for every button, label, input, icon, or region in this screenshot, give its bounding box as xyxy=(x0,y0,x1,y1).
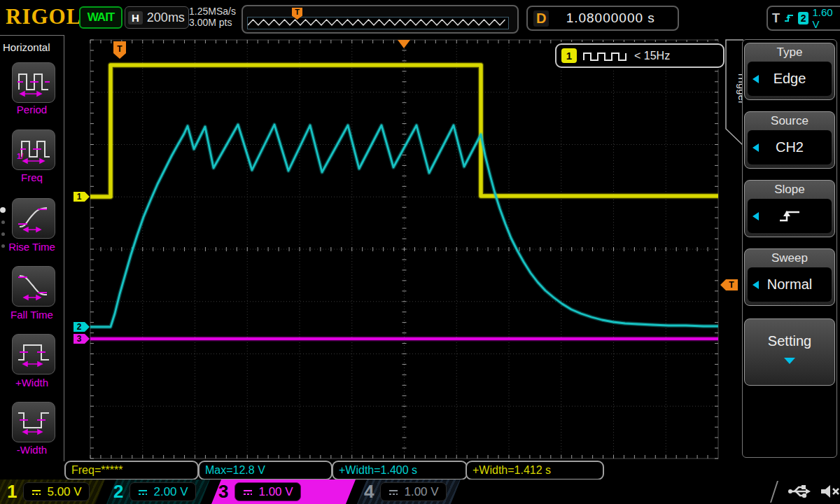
menu-value-sweep: Normal xyxy=(767,276,812,293)
setting-label: Setting xyxy=(745,333,834,349)
trigger-frequency-popup: 1 < 15Hz xyxy=(555,43,724,68)
channel-status-bar: 1 5.00 V 2 2.00 V 3 1.00 V 4 xyxy=(0,479,840,504)
dc-coupling-icon xyxy=(137,489,148,496)
trigger-position-icon[interactable] xyxy=(398,40,410,48)
trigger-level-value: 1.60 V xyxy=(812,6,840,30)
menu-item-setting[interactable]: Setting xyxy=(744,318,835,386)
neg-width-icon xyxy=(16,407,51,438)
h-scale-value: 200ms xyxy=(147,10,185,25)
t-label: T xyxy=(772,11,780,26)
trigger-tab[interactable]: Trigger xyxy=(721,39,744,150)
channel-4-button[interactable]: 4 1.00 V xyxy=(357,479,461,504)
trigger-frequency-text: < 15Hz xyxy=(634,50,670,62)
menu-header-source: Source xyxy=(745,112,834,128)
menu-value-source: CH2 xyxy=(776,139,804,155)
measure-label-fall-time: Fall Time xyxy=(0,309,64,321)
sample-rate-readout: 1.25MSa/s 3.00M pts xyxy=(189,6,236,28)
left-arrow-icon xyxy=(752,144,759,152)
menu-header-sweep: Sweep xyxy=(745,249,834,265)
square-wave-icon xyxy=(582,50,629,62)
speaker-muted-icon[interactable] xyxy=(820,484,840,499)
menu-value-type: Edge xyxy=(774,71,806,87)
channel-2-button[interactable]: 2 2.00 V xyxy=(106,479,210,504)
svg-text:1/: 1/ xyxy=(17,152,23,160)
delay-value: 1.08000000 s xyxy=(549,10,672,26)
channel-zero-marker[interactable]: 1 xyxy=(74,192,90,202)
trigger-menu-panel: Type Edge Source CH2 Slope Sweep Normal … xyxy=(742,39,837,458)
measure-label-period: Period xyxy=(0,104,64,115)
d-label: D xyxy=(533,10,549,27)
measurement-pwidth-ch2: +Width=1.400 s xyxy=(332,461,468,480)
memory-depth: 3.00M pts xyxy=(189,17,236,28)
channel-zero-marker[interactable]: 3 xyxy=(74,334,90,344)
measure-label-freq: Freq xyxy=(0,172,64,183)
rise-time-icon xyxy=(16,203,51,234)
divider xyxy=(770,481,778,503)
svg-text:3: 3 xyxy=(77,334,82,344)
preview-window xyxy=(247,17,509,29)
svg-text:1: 1 xyxy=(77,192,82,202)
left-arrow-icon xyxy=(752,281,759,289)
measure-label-pos-width: +Width xyxy=(0,377,64,388)
channel-1-badge: 1 xyxy=(561,48,577,63)
channel-3-button[interactable]: 3 1.00 V xyxy=(211,479,356,504)
measure-button-pos-width[interactable] xyxy=(12,334,55,374)
menu-header-slope: Slope xyxy=(745,181,834,197)
rising-edge-icon xyxy=(776,207,803,225)
measure-button-neg-width[interactable] xyxy=(12,402,55,442)
menu-item-slope[interactable]: Slope xyxy=(744,180,835,237)
measurement-max: Max=12.8 V xyxy=(198,461,332,480)
measure-button-freq[interactable]: 1/ xyxy=(12,130,55,170)
menu-item-source[interactable]: Source CH2 xyxy=(744,111,835,169)
channel-zero-marker[interactable]: 2 xyxy=(74,322,90,332)
channel-1-scale: 5.00 V xyxy=(47,485,81,499)
measurement-freq: Freq=***** xyxy=(64,461,199,480)
sample-rate: 1.25MSa/s xyxy=(189,6,236,17)
trigger-level-marker[interactable]: T xyxy=(720,279,738,290)
panel-title: Horizontal xyxy=(3,41,50,53)
down-arrow-icon xyxy=(784,358,795,364)
freq-icon: 1/ xyxy=(16,134,51,165)
dc-coupling-icon xyxy=(388,489,399,496)
menu-item-type[interactable]: Type Edge xyxy=(744,43,835,100)
channel-3-number: 3 xyxy=(218,479,228,504)
measure-button-fall-time[interactable] xyxy=(12,266,55,307)
measure-button-rise-time[interactable] xyxy=(12,198,55,239)
trigger-time-marker[interactable]: T xyxy=(113,41,126,59)
dc-coupling-icon xyxy=(31,489,42,496)
channel-2-number: 2 xyxy=(113,479,123,504)
oscilloscope-screen: RIGOL WAIT H 200ms 1.25MSa/s 3.00M pts T… xyxy=(0,0,840,504)
left-arrow-icon xyxy=(752,75,759,83)
menu-item-sweep[interactable]: Sweep Normal xyxy=(744,248,835,306)
usb-icon[interactable] xyxy=(788,484,811,499)
preview-wave xyxy=(248,18,507,27)
channel-4-number: 4 xyxy=(364,479,374,504)
svg-text:T: T xyxy=(729,280,734,290)
left-arrow-icon xyxy=(752,212,759,220)
rigol-logo: RIGOL xyxy=(6,4,81,29)
channel-3-scale: 1.00 V xyxy=(258,485,293,499)
top-status-bar: RIGOL WAIT H 200ms 1.25MSa/s 3.00M pts T… xyxy=(0,0,840,35)
measurement-pwidth-ch1: +Width=1.412 s xyxy=(465,461,604,480)
trigger-channel-badge: 2 xyxy=(798,12,809,24)
measure-label-rise-time: Rise Time xyxy=(0,241,64,253)
pos-width-icon xyxy=(16,339,51,370)
dc-coupling-icon xyxy=(242,489,253,496)
trigger-info-box[interactable]: T 2 1.60 V xyxy=(766,6,840,31)
rising-edge-icon xyxy=(783,13,794,24)
waveform-preview[interactable]: T xyxy=(241,5,519,34)
horizontal-measure-panel: Horizontal Period 1/ Freq xyxy=(0,35,64,461)
channel-1-button[interactable]: 1 5.00 V xyxy=(0,479,105,504)
horizontal-scale-box[interactable]: H 200ms xyxy=(125,6,189,29)
period-icon xyxy=(16,67,51,98)
delay-offset-box[interactable]: D 1.08000000 s xyxy=(526,6,679,31)
measure-label-neg-width: -Width xyxy=(0,444,64,456)
channel-4-scale: 1.00 V xyxy=(404,485,438,499)
fall-time-icon xyxy=(16,271,51,302)
channel-1-number: 1 xyxy=(7,479,17,504)
measure-button-period[interactable] xyxy=(12,62,55,103)
acquisition-status-badge: WAIT xyxy=(79,6,122,29)
h-label: H xyxy=(128,11,143,24)
channel-2-scale: 2.00 V xyxy=(153,485,188,499)
menu-header-type: Type xyxy=(745,43,834,59)
